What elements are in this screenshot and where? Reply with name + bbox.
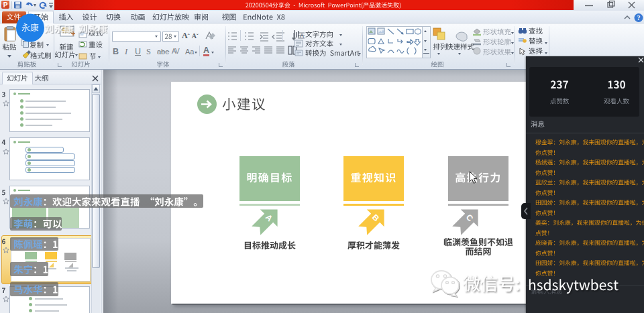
svg-text:P: P — [3, 1, 8, 9]
svg-text:?: ? — [637, 14, 641, 21]
svg-text:A: A — [300, 32, 304, 39]
